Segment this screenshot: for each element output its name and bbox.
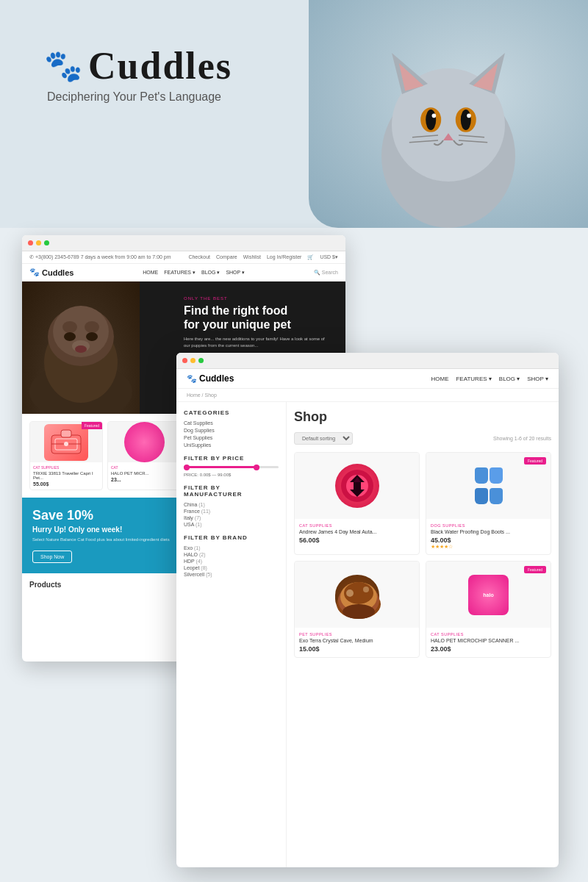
svg-rect-28 [61, 430, 71, 437]
browser-max-dot [44, 240, 49, 245]
product-stars-2: ★★★★☆ [431, 544, 546, 550]
shop-product-price-2: 45.00$ [431, 537, 546, 544]
shop-product-name-4: HALO PET MICROCHIP SCANNER ... [431, 638, 546, 643]
sort-dropdown[interactable]: Default sorting [294, 432, 353, 445]
boots-image [470, 466, 507, 506]
hero-eyebrow: ONLY THE BEST [184, 296, 331, 301]
featured-tag-4: Featured [524, 566, 546, 573]
brand-halo[interactable]: HALO (2) [184, 552, 279, 557]
carrier-image [44, 424, 88, 461]
shop-product-price-4: 23.00$ [431, 645, 546, 653]
category-dog-supplies[interactable]: Dog Supplies [184, 428, 279, 433]
shop-main-content: Shop Default sorting Showing 1-6 of 20 r… [287, 402, 559, 867]
nav-home[interactable]: HOME [143, 270, 158, 276]
phone-number: ✆ +3(800) 2345-6789 7 days a week from 9… [29, 254, 171, 260]
shop-page-title: Shop [294, 409, 551, 425]
nav-blog[interactable]: BLOG ▾ [201, 270, 220, 276]
browser-mockup-shop: 🐾 Cuddles HOME FEATURES ▾ BLOG ▾ SHOP ▾ … [176, 353, 559, 867]
cat-hero-image [309, 0, 588, 228]
category-uni-supplies[interactable]: UniSupplies [184, 442, 279, 448]
brand-name: Cuddles [88, 44, 232, 87]
feeder-image [335, 464, 379, 508]
nav-shop[interactable]: SHOP ▾ [226, 270, 245, 276]
svg-point-9 [461, 110, 471, 130]
cart-icon[interactable]: 🛒 [307, 254, 314, 260]
slider-dot-left[interactable] [184, 465, 190, 470]
slider-dot-right[interactable] [254, 465, 259, 470]
nav-links: HOME FEATURES ▾ BLOG ▾ SHOP ▾ [143, 270, 245, 276]
shop-product-cat-3: PET SUPPLIES [299, 632, 415, 637]
logo-area: 🐾 Cuddles Deciphering Your Pet's Languag… [44, 44, 232, 104]
results-count: Showing 1-6 of 20 results [493, 436, 551, 441]
svg-point-41 [343, 604, 375, 619]
shop-product-info-1: CAT SUPPLIES Andrew James 4 Day Meal Aut… [295, 519, 419, 548]
compare-link[interactable]: Compare [216, 254, 237, 260]
search-area[interactable]: 🔍 Search [314, 270, 338, 276]
login-link[interactable]: Log In/Register [267, 254, 301, 260]
wishlist-link[interactable]: Wishlist [243, 254, 261, 260]
shop-product-card-4: Featured halo CAT SUPPLIES HALO PET MICR… [426, 561, 551, 658]
shop-toolbar: Default sorting Showing 1-6 of 20 result… [294, 432, 551, 445]
browser-min-dot [36, 240, 41, 245]
shop-product-info-3: PET SUPPLIES Exo Terra Crystal Cave, Med… [295, 628, 419, 657]
shop-product-price-3: 15.00$ [299, 645, 415, 653]
product-name-2: HALO PET MICR... [111, 471, 177, 476]
nav-paw-icon: 🐾 [29, 268, 40, 277]
svg-point-22 [85, 321, 99, 333]
checkout-link[interactable]: Checkout [188, 254, 210, 260]
shop-body: CATEGORIES Cat Supplies Dog Supplies Pet… [176, 402, 559, 867]
manufacturer-italy[interactable]: Italy (7) [184, 515, 279, 520]
shop-nav-shop[interactable]: SHOP ▾ [527, 376, 548, 382]
shop-product-name-1: Andrew James 4 Day Meal Auta... [299, 529, 415, 534]
product-cat-2: CAT [111, 465, 177, 470]
nav-features[interactable]: FEATURES ▾ [164, 270, 196, 276]
site-nav: 🐾 Cuddles HOME FEATURES ▾ BLOG ▾ SHOP ▾ … [22, 264, 345, 282]
brand-hdp[interactable]: HDP (4) [184, 559, 279, 564]
category-pet-supplies[interactable]: Pet Supplies [184, 435, 279, 440]
shop-nav-links: HOME FEATURES ▾ BLOG ▾ SHOP ▾ [431, 376, 548, 382]
shop-max-dot [198, 358, 204, 363]
shop-nav-features[interactable]: FEATURES ▾ [456, 376, 491, 382]
shop-nav-home[interactable]: HOME [431, 376, 448, 382]
category-cat-supplies[interactable]: Cat Supplies [184, 420, 279, 426]
slider-fill [184, 466, 259, 468]
svg-point-43 [363, 587, 369, 592]
filter-brand-title: FILTER BY BRAND [184, 534, 279, 541]
product-img-2 [108, 422, 180, 462]
shop-nav: 🐾 Cuddles HOME FEATURES ▾ BLOG ▾ SHOP ▾ [176, 369, 559, 389]
svg-point-42 [346, 589, 354, 597]
shop-product-img-1 [295, 453, 419, 519]
brand-leopet[interactable]: Leopet (8) [184, 565, 279, 570]
svg-point-23 [64, 332, 76, 341]
paw-logo-icon: 🐾 [44, 48, 82, 84]
svg-point-21 [62, 321, 77, 333]
pink-round-image [124, 422, 165, 462]
price-slider[interactable] [184, 466, 279, 468]
hero-dog-image [22, 282, 140, 414]
price-range-label: PRICE: 0.00$ — 99.00$ [184, 473, 279, 477]
shop-close-dot [182, 358, 187, 363]
brand-exo[interactable]: Exo (1) [184, 545, 279, 551]
featured-tag-2: Featured [524, 457, 546, 465]
svg-point-31 [64, 442, 68, 446]
product-price-1: 55.00$ [33, 481, 99, 487]
product-card-1: Featured CAT SUPPLIES TRIXIE 3 [29, 421, 103, 490]
currency-selector[interactable]: USD $▾ [320, 254, 338, 260]
manufacturer-china[interactable]: China (1) [184, 502, 279, 507]
svg-point-11 [467, 114, 471, 118]
shop-product-cat-4: CAT SUPPLIES [431, 632, 546, 637]
shop-product-cat-1: CAT SUPPLIES [299, 523, 415, 528]
shop-nav-blog[interactable]: BLOG ▾ [499, 376, 520, 382]
shop-sidebar: CATEGORIES Cat Supplies Dog Supplies Pet… [176, 402, 287, 867]
svg-point-8 [426, 110, 436, 130]
manufacturer-france[interactable]: France (11) [184, 509, 279, 514]
svg-point-26 [75, 345, 87, 353]
promo-shop-button[interactable]: Shop Now [32, 551, 72, 563]
brand-silvercell[interactable]: Silvercell (5) [184, 572, 279, 577]
hero-title: Find the right foodfor your unique pet [184, 304, 331, 331]
shop-product-name-2: Black Water Proofing Dog Boots ... [431, 529, 546, 534]
shop-product-price-1: 56.00$ [299, 537, 415, 544]
nav-brand-name: Cuddles [42, 268, 74, 277]
categories-title: CATEGORIES [184, 409, 279, 416]
manufacturer-usa[interactable]: USA (1) [184, 522, 279, 527]
